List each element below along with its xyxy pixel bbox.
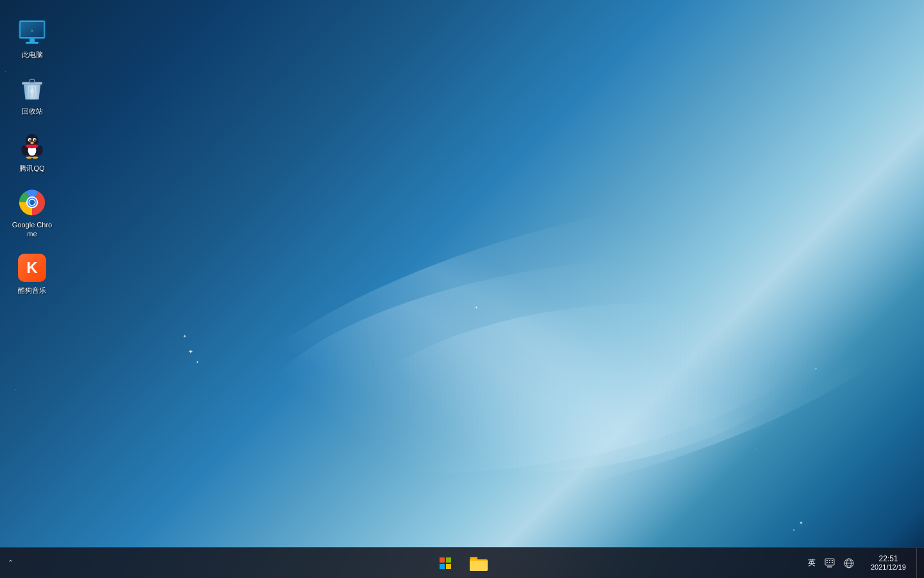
svg-rect-34 <box>440 564 445 569</box>
qq-icon-label: 腾讯QQ <box>19 164 44 173</box>
chrome-icon <box>17 187 47 218</box>
svg-rect-40 <box>826 562 828 563</box>
ime-icon[interactable] <box>821 550 839 576</box>
sparkle-6: ✦ <box>792 528 795 532</box>
desktop: ✦ ✦ ✦ ✦ ✦ ✦ ✦ · · · <box>0 0 924 578</box>
ime-svg-icon <box>825 558 835 568</box>
svg-point-24 <box>32 156 38 159</box>
svg-rect-2 <box>21 22 44 37</box>
svg-point-19 <box>30 139 31 140</box>
desktop-icon-qq[interactable]: 腾讯QQ <box>6 127 58 177</box>
show-hidden-icons-button[interactable]: ⌃ <box>5 550 16 576</box>
svg-point-17 <box>30 139 31 141</box>
system-tray-icons: 英 <box>801 550 860 576</box>
svg-point-31 <box>30 200 35 205</box>
svg-rect-37 <box>826 560 828 561</box>
chrome-icon-label: Google Chrome <box>10 220 54 239</box>
recycle-bin-icon: ♻ <box>17 73 47 104</box>
desktop-icon-computer[interactable]: 此电脑 <box>6 13 58 63</box>
taskbar-file-explorer-button[interactable] <box>465 550 493 576</box>
svg-rect-33 <box>446 557 451 563</box>
clock-area[interactable]: 22:51 2021/12/19 <box>866 548 911 579</box>
svg-point-18 <box>34 139 36 141</box>
taskbar: ⌃ <box>0 547 924 578</box>
taskbar-left: ⌃ <box>5 550 16 576</box>
svg-rect-39 <box>832 560 833 561</box>
svg-rect-32 <box>440 557 445 563</box>
svg-rect-35 <box>446 564 451 569</box>
network-svg-icon <box>844 558 854 568</box>
sparkle-4: ✦ <box>475 305 478 310</box>
show-desktop-button[interactable] <box>916 548 919 579</box>
sparkle-3: ✦ <box>196 360 199 364</box>
language-label: 英 <box>808 557 816 568</box>
sparkle-2: ✦ <box>183 334 187 339</box>
svg-text:♻: ♻ <box>30 89 35 95</box>
qq-icon <box>17 130 47 161</box>
svg-rect-42 <box>832 562 833 563</box>
svg-point-20 <box>35 139 35 140</box>
kuwo-icon: K <box>17 252 47 283</box>
sparkle-1: ✦ <box>188 348 193 355</box>
svg-rect-22 <box>26 144 38 148</box>
svg-point-5 <box>31 30 33 32</box>
language-indicator[interactable]: 英 <box>804 550 819 576</box>
svg-point-23 <box>26 156 32 159</box>
sparkle-7: ✦ <box>814 366 818 372</box>
svg-rect-38 <box>829 560 830 561</box>
desktop-icon-kuwo[interactable]: K 酷狗音乐 <box>6 249 58 299</box>
network-icon[interactable] <box>840 550 858 576</box>
taskbar-right: 英 <box>801 548 919 579</box>
windows-logo-icon <box>440 557 451 569</box>
recycle-icon-label: 回收站 <box>22 107 43 116</box>
sparkle-5: ✦ <box>799 520 803 526</box>
kuwo-icon-visual: K <box>18 254 46 282</box>
clock-date: 2021/12/19 <box>871 563 906 572</box>
start-button[interactable] <box>431 550 459 576</box>
file-explorer-icon <box>468 553 489 574</box>
desktop-icons-area: 此电脑 <box>0 6 64 306</box>
sparkle-10: · <box>15 387 16 391</box>
sparkle-8: · <box>756 446 757 450</box>
taskbar-center <box>431 550 493 576</box>
svg-point-21 <box>30 141 34 144</box>
svg-rect-4 <box>26 42 38 44</box>
svg-rect-3 <box>30 39 35 42</box>
desktop-icon-chrome[interactable]: Google Chrome <box>6 183 58 243</box>
svg-rect-43 <box>827 566 832 568</box>
computer-icon <box>17 17 47 48</box>
computer-icon-label: 此电脑 <box>22 50 43 59</box>
clock-time: 22:51 <box>878 554 898 563</box>
svg-rect-41 <box>829 562 830 563</box>
desktop-icon-recycle[interactable]: ♻ 回收站 <box>6 69 58 119</box>
chevron-up-icon: ⌃ <box>8 559 13 567</box>
kuwo-icon-label: 酷狗音乐 <box>18 286 46 295</box>
